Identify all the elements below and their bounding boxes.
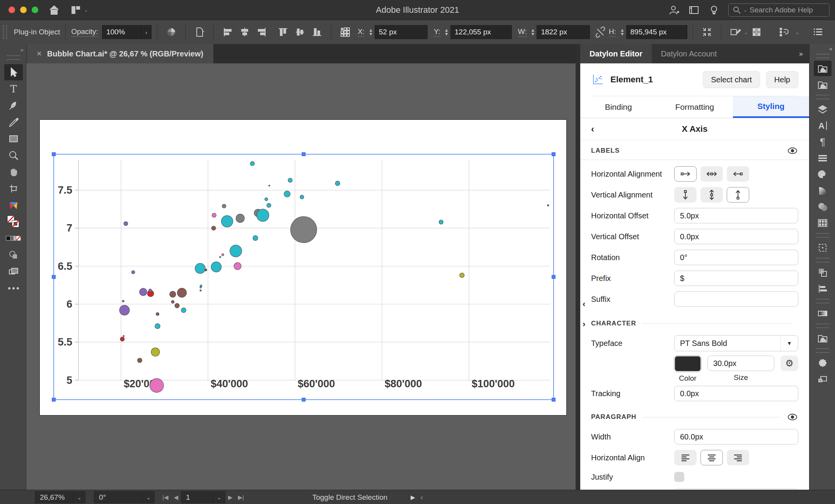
suffix-input[interactable] [674, 291, 798, 307]
align-bottom-icon[interactable] [311, 26, 323, 38]
account-icon[interactable] [668, 4, 680, 16]
close-document-icon[interactable]: × [37, 49, 42, 59]
first-artboard-icon[interactable]: |◀ [162, 494, 168, 501]
typeface-select[interactable]: PT Sans Bold ▼ [674, 335, 798, 351]
x-input[interactable]: 52 px [375, 25, 428, 39]
panel-toggle-icon[interactable] [688, 4, 700, 16]
zoom-window-button[interactable] [32, 7, 38, 13]
tab-datylon-editor[interactable]: Datylon Editor [580, 44, 652, 63]
opacity-input[interactable]: 100% [102, 25, 141, 39]
draw-mode[interactable] [4, 264, 23, 280]
gradient-bar-icon[interactable] [814, 306, 832, 321]
align-panel-shortcut-icon[interactable] [751, 26, 762, 38]
selection-handle[interactable] [302, 398, 305, 402]
constrain-proportions-icon[interactable] [595, 26, 606, 38]
panel-grip[interactable] [816, 348, 829, 353]
status-play-icon[interactable]: ▶ [411, 494, 415, 501]
align-right-icon[interactable] [256, 26, 268, 38]
eyedropper-tool[interactable] [4, 114, 23, 130]
more-tools[interactable] [4, 280, 23, 296]
status-collapse-icon[interactable]: ‹ [421, 493, 423, 502]
anchor-arrow-down-button[interactable] [674, 187, 697, 203]
selection-handle[interactable] [52, 153, 56, 156]
align-left-icon[interactable] [222, 26, 233, 38]
w-label[interactable]: W: [518, 27, 527, 37]
back-icon[interactable]: ‹ [591, 124, 594, 135]
selection-panel-icon[interactable] [814, 355, 832, 371]
paragraph-visibility-icon[interactable] [787, 411, 798, 423]
artboard-number-field[interactable]: 1 [181, 491, 213, 503]
justify-toggle[interactable] [674, 472, 684, 482]
y-label[interactable]: Y: [434, 27, 440, 37]
bubble-chart[interactable]: 55.566.577.5$20'000$40'000$60'000$80'000… [40, 120, 566, 415]
anchor-arrow-left-button[interactable] [727, 166, 749, 182]
anchor-arrow-right-button[interactable] [674, 166, 697, 182]
tab-datylon-account[interactable]: Datylon Account [652, 44, 726, 63]
library3-panel-icon[interactable] [814, 330, 832, 346]
selection-handle[interactable] [52, 398, 56, 402]
text-align-left-button[interactable] [674, 450, 697, 465]
h-label[interactable]: H: [609, 27, 616, 37]
gradient-panel-icon[interactable] [814, 183, 832, 198]
rotation-field[interactable]: 0° [94, 491, 143, 503]
home-icon[interactable] [48, 4, 60, 16]
panel-grip[interactable] [816, 299, 829, 303]
zoom-level-field[interactable]: 26,67% [35, 491, 73, 503]
selection-outline[interactable] [54, 154, 554, 400]
artboard[interactable]: 55.566.577.5$20'000$40'000$60'000$80'000… [40, 120, 566, 415]
document-setup-icon[interactable] [194, 26, 205, 38]
transparency-panel-icon[interactable] [814, 199, 832, 215]
labels-visibility-icon[interactable] [787, 145, 798, 157]
library2-panel-icon[interactable] [814, 77, 832, 92]
pathfinder-panel-icon[interactable] [814, 265, 832, 280]
toolbar-grip[interactable] [3, 25, 7, 39]
menu-list-icon[interactable] [812, 26, 824, 38]
paragraph-panel-icon[interactable]: ¶ [814, 134, 832, 150]
tracking-input[interactable]: 0.0px [674, 386, 798, 401]
panel-grip[interactable] [816, 95, 829, 99]
rotation-dropdown-icon[interactable]: ⌄ [143, 491, 155, 503]
panel-grip[interactable] [816, 233, 829, 238]
character-panel-icon[interactable]: A [814, 118, 832, 133]
selection-handle[interactable] [552, 275, 556, 279]
stroke-panel-icon[interactable] [814, 150, 832, 166]
search-help-input[interactable]: ⌄ Search Adobe Help [728, 3, 830, 17]
transform-panel-icon[interactable] [814, 240, 832, 255]
type-tool[interactable]: T [4, 81, 23, 97]
artboards-panel-icon[interactable] [814, 371, 832, 387]
text-align-right-button[interactable] [727, 450, 749, 465]
datylon-tool[interactable] [4, 197, 23, 213]
h-input[interactable]: 895,945 px [626, 25, 688, 39]
help-button[interactable]: Help [766, 71, 798, 88]
align-top-icon[interactable] [277, 26, 289, 38]
vertical-offset-input[interactable]: 0.0px [674, 229, 798, 244]
zoom-dropdown-icon[interactable]: ⌄ [73, 491, 85, 503]
font-color-swatch[interactable] [674, 356, 701, 372]
panel-grip[interactable] [816, 258, 829, 262]
workspace-switcher-icon[interactable] [70, 4, 82, 16]
anchor-arrow-up-button[interactable] [727, 187, 749, 203]
opacity-label[interactable]: Opacity: [71, 27, 98, 37]
anchor-arrow-vboth-button[interactable] [700, 187, 723, 203]
align-middle-icon[interactable] [294, 26, 306, 38]
panel-more-icon[interactable]: » [799, 50, 809, 58]
distribute-grid-icon[interactable] [339, 26, 351, 38]
text-align-center-button[interactable] [700, 450, 723, 465]
artboard-dropdown-icon[interactable]: ⌄ [213, 491, 225, 503]
pen-tool[interactable] [4, 97, 23, 114]
opacity-wheel-icon[interactable] [165, 26, 177, 38]
horizontal-offset-input[interactable]: 5.0px [674, 208, 798, 223]
tab-styling[interactable]: Styling [733, 96, 809, 118]
tab-formatting[interactable]: Formatting [656, 96, 733, 118]
libraries-panel-icon[interactable] [814, 61, 832, 76]
w-input[interactable]: 1822 px [537, 25, 590, 39]
tab-binding[interactable]: Binding [580, 96, 656, 118]
expand-tools-icon[interactable]: » [20, 44, 27, 53]
artboard-tool[interactable] [4, 180, 23, 197]
color-mode-buttons[interactable] [4, 230, 23, 247]
fill-stroke-swatches[interactable] [4, 214, 23, 230]
tools-grip[interactable] [7, 55, 20, 60]
layers-panel-icon[interactable] [814, 102, 832, 117]
panel-collapse-left-icon[interactable]: ‹ [583, 299, 585, 309]
color-panel-icon[interactable] [814, 167, 832, 182]
